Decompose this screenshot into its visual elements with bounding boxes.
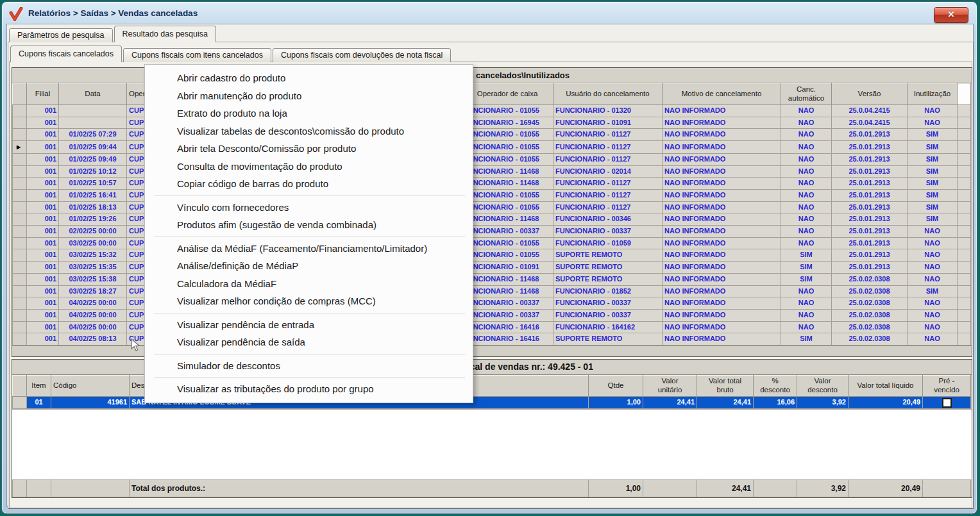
cell-motivo-cancelamento[interactable]: NAO INFORMADO [663, 178, 781, 190]
context-menu-item[interactable]: Visualizar pendência de entrada [145, 316, 473, 334]
cell-motivo-cancelamento[interactable]: NAO INFORMADO [663, 213, 781, 226]
cell-versao[interactable]: 25.0.01.2913 [832, 201, 908, 213]
cell-data[interactable]: 01/02/25 18:13 [59, 201, 127, 213]
cell-motivo-cancelamento[interactable]: NAO INFORMADO [663, 153, 781, 165]
cell-canc-automatico[interactable]: NAO [781, 105, 832, 117]
cell-versao[interactable]: 25.0.02.0308 [832, 297, 908, 310]
cell-operador-caixa[interactable]: FUNCIONARIO - 01055 [462, 201, 553, 213]
cell-operador-caixa[interactable]: FUNCIONARIO - 16416 [462, 321, 553, 333]
row-selector-cell[interactable] [13, 237, 27, 249]
sub-tab[interactable]: Cupons fiscais cancelados [10, 46, 122, 62]
cell-usuario-cancelamento[interactable]: SUPORTE REMOTO [553, 333, 663, 345]
cell-valor-unitario[interactable]: 24,41 [643, 397, 697, 409]
cell-valor-total-bruto[interactable]: 24,41 [697, 397, 754, 409]
cell-versao[interactable]: 25.0.01.2913 [832, 213, 908, 226]
context-menu-item[interactable]: Visualizar melhor condição de compras (M… [145, 292, 473, 310]
cell-motivo-cancelamento[interactable]: NAO INFORMADO [663, 297, 781, 310]
cell-canc-automatico[interactable]: NAO [781, 226, 832, 238]
cell-inutilizacao[interactable]: SIM [908, 201, 958, 213]
header-pre-vencido[interactable]: Pré - vencido [923, 376, 971, 397]
header-item[interactable]: Item [27, 376, 51, 397]
cell-data[interactable]: 03/02/25 15:35 [59, 262, 127, 274]
cell-perc-desconto[interactable]: 16,06 [754, 397, 797, 409]
row-selector-cell[interactable] [13, 226, 27, 238]
row-selector-cell[interactable] [13, 153, 27, 165]
cell-operador-caixa[interactable]: FUNCIONARIO - 11468 [462, 285, 553, 297]
pre-vencido-checkbox[interactable] [942, 398, 952, 408]
cell-usuario-cancelamento[interactable]: FUNCIONARIO - 164162 [553, 321, 663, 333]
cell-operador-caixa[interactable]: FUNCIONARIO - 11468 [462, 178, 553, 190]
cell-canc-automatico[interactable]: NAO [781, 321, 832, 333]
cell-versao[interactable]: 25.0.01.2913 [832, 249, 908, 262]
cell-item[interactable]: 01 [27, 397, 51, 409]
row-selector-cell[interactable] [13, 117, 27, 129]
header-valor-total-liquido[interactable]: Valor total líquido [849, 376, 923, 397]
cell-operador-caixa[interactable]: FUNCIONARIO - 00337 [462, 297, 553, 310]
row-selector-cell[interactable] [13, 201, 27, 213]
header-valor-unitario[interactable]: Valor unitário [643, 376, 697, 397]
cell-operador-caixa[interactable]: FUNCIONARIO - 01055 [462, 141, 553, 154]
cell-filial[interactable]: 001 [27, 333, 59, 345]
cell-inutilizacao[interactable]: SIM [908, 213, 958, 226]
cell-canc-automatico[interactable]: NAO [781, 141, 832, 154]
cell-versao[interactable]: 25.0.04.2415 [832, 117, 908, 129]
cell-filial[interactable]: 001 [27, 321, 59, 333]
cell-canc-automatico[interactable]: NAO [781, 237, 832, 249]
row-selector-cell[interactable] [13, 262, 27, 274]
cell-usuario-cancelamento[interactable]: FUNCIONARIO - 01091 [553, 117, 663, 129]
cell-motivo-cancelamento[interactable]: NAO INFORMADO [663, 237, 781, 249]
header-versao[interactable]: Versão [832, 84, 908, 105]
cell-canc-automatico[interactable]: NAO [781, 153, 832, 165]
row-selector-cell[interactable] [13, 309, 27, 321]
cell-usuario-cancelamento[interactable]: FUNCIONARIO - 01127 [553, 201, 663, 213]
cell-usuario-cancelamento[interactable]: FUNCIONARIO - 00337 [553, 297, 663, 310]
cell-operador-caixa[interactable]: FUNCIONARIO - 16945 [462, 117, 553, 129]
cell-operador-caixa[interactable]: FUNCIONARIO - 01055 [462, 105, 553, 117]
cell-filial[interactable]: 001 [27, 141, 59, 154]
cell-data[interactable] [59, 105, 127, 117]
cell-data[interactable]: 03/02/25 15:38 [59, 273, 127, 285]
cell-usuario-cancelamento[interactable]: FUNCIONARIO - 01127 [553, 129, 663, 141]
context-menu-item[interactable]: Consulta de movimentação do produto [145, 158, 473, 176]
cell-usuario-cancelamento[interactable]: FUNCIONARIO - 01127 [553, 141, 663, 154]
cell-inutilizacao[interactable]: NAO [908, 262, 958, 274]
close-button[interactable]: ✕ [934, 7, 968, 23]
cell-filial[interactable]: 001 [27, 189, 59, 201]
cell-operador-caixa[interactable]: FUNCIONARIO - 11468 [462, 165, 553, 178]
cell-motivo-cancelamento[interactable]: NAO INFORMADO [663, 165, 781, 178]
cell-motivo-cancelamento[interactable]: NAO INFORMADO [663, 141, 781, 154]
main-tab[interactable]: Parâmetros de pesquisa [9, 28, 113, 42]
cell-inutilizacao[interactable]: NAO [908, 309, 958, 321]
cell-versao[interactable]: 25.0.01.2913 [832, 129, 908, 141]
cell-operador-caixa[interactable]: FUNCIONARIO - 11468 [462, 213, 553, 226]
row-selector-cell[interactable] [13, 189, 27, 201]
context-menu-item[interactable]: Produtos afim (sugestão de venda combina… [145, 216, 473, 234]
cell-canc-automatico[interactable]: NAO [781, 117, 832, 129]
cell-data[interactable]: 01/02/25 09:49 [59, 153, 127, 165]
cell-filial[interactable]: 001 [27, 262, 59, 274]
cell-operador-caixa[interactable]: FUNCIONARIO - 01055 [462, 129, 553, 141]
cell-filial[interactable]: 001 [27, 285, 59, 297]
cell-versao[interactable]: 25.0.01.2913 [832, 226, 908, 238]
context-menu-item[interactable]: Calculadora da MédiaF [145, 275, 473, 293]
row-selector-cell[interactable] [13, 321, 27, 333]
cell-usuario-cancelamento[interactable]: FUNCIONARIO - 00346 [553, 213, 663, 226]
header-canc-automatico[interactable]: Canc. automático [781, 84, 832, 105]
cell-inutilizacao[interactable]: SIM [908, 178, 958, 190]
row-selector-cell[interactable] [13, 165, 27, 178]
cell-inutilizacao[interactable]: NAO [908, 321, 958, 333]
cell-usuario-cancelamento[interactable]: FUNCIONARIO - 01852 [553, 285, 663, 297]
cell-motivo-cancelamento[interactable]: NAO INFORMADO [663, 129, 781, 141]
cell-data[interactable] [59, 117, 127, 129]
cell-inutilizacao[interactable]: NAO [908, 249, 958, 262]
cell-canc-automatico[interactable]: SIM [781, 249, 832, 262]
cell-versao[interactable]: 25.0.01.2913 [832, 237, 908, 249]
cell-versao[interactable]: 25.0.01.2913 [832, 189, 908, 201]
context-menu-item[interactable]: Visualizar tabelas de descontos\comissão… [145, 122, 473, 140]
cell-filial[interactable]: 001 [27, 226, 59, 238]
cell-operador-caixa[interactable]: FUNCIONARIO - 01091 [462, 262, 553, 274]
row-selector-cell[interactable] [13, 333, 27, 345]
cell-versao[interactable]: 25.0.01.2913 [832, 165, 908, 178]
cell-canc-automatico[interactable]: NAO [781, 201, 832, 213]
cell-qtde[interactable]: 1,00 [589, 397, 643, 409]
